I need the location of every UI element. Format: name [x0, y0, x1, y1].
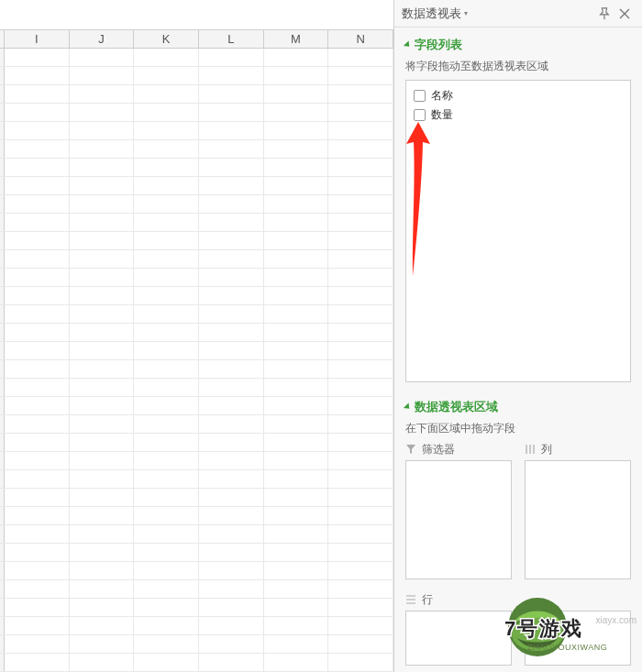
cell[interactable] [328, 324, 393, 341]
cell[interactable] [199, 580, 264, 598]
column-header[interactable]: K [134, 30, 199, 48]
cell[interactable] [328, 544, 393, 561]
cell[interactable] [328, 580, 393, 598]
cell[interactable] [134, 232, 199, 249]
cell[interactable] [328, 49, 393, 66]
cell[interactable] [199, 635, 264, 653]
cell[interactable] [199, 140, 264, 158]
cell[interactable] [70, 360, 135, 378]
cell[interactable] [70, 489, 135, 506]
cell[interactable] [328, 67, 393, 84]
cell[interactable] [70, 544, 135, 561]
cell[interactable] [70, 507, 135, 524]
cell[interactable] [199, 617, 264, 634]
cell[interactable] [328, 525, 393, 543]
cell[interactable] [134, 214, 199, 231]
cell[interactable] [70, 250, 135, 268]
cell[interactable] [134, 434, 199, 451]
cell[interactable] [70, 452, 135, 469]
cell[interactable] [5, 269, 70, 286]
cell[interactable] [70, 104, 135, 121]
cell[interactable] [134, 122, 199, 139]
column-header[interactable]: L [199, 30, 264, 48]
field-item-name[interactable]: 名称 [414, 86, 623, 105]
value-drop-zone[interactable] [525, 592, 631, 666]
close-icon[interactable] [614, 4, 635, 24]
cell[interactable] [264, 379, 329, 396]
cell[interactable] [264, 525, 329, 543]
cell[interactable] [134, 159, 199, 176]
column-drop-box[interactable] [525, 460, 631, 579]
cell[interactable] [328, 617, 393, 634]
cell[interactable] [70, 67, 135, 84]
cell[interactable] [199, 434, 264, 451]
cell[interactable] [264, 305, 329, 323]
cell[interactable] [70, 580, 135, 598]
cell[interactable] [199, 269, 264, 286]
cell[interactable] [5, 489, 70, 506]
cell[interactable] [199, 250, 264, 268]
cell[interactable] [199, 507, 264, 524]
cell[interactable] [199, 305, 264, 323]
cell[interactable] [5, 122, 70, 139]
cell[interactable] [199, 415, 264, 433]
cell[interactable] [134, 635, 199, 653]
cell[interactable] [264, 214, 329, 231]
row-drop-box[interactable] [405, 611, 512, 666]
checkbox-icon[interactable] [414, 90, 426, 102]
cell[interactable] [264, 470, 329, 488]
cell[interactable] [134, 617, 199, 634]
cell[interactable] [264, 434, 329, 451]
cell[interactable] [5, 544, 70, 561]
cell[interactable] [199, 342, 264, 359]
spreadsheet-grid[interactable]: I J K L M N [0, 0, 394, 672]
cell[interactable] [328, 140, 393, 158]
cell[interactable] [70, 617, 135, 634]
cell[interactable] [70, 140, 135, 158]
cell[interactable] [328, 177, 393, 194]
cell[interactable] [264, 562, 329, 579]
cell[interactable] [264, 489, 329, 506]
cell[interactable] [5, 580, 70, 598]
column-drop-zone[interactable]: 列 [525, 442, 631, 579]
cell[interactable] [70, 562, 135, 579]
cell[interactable] [328, 489, 393, 506]
cell[interactable] [328, 250, 393, 268]
cell[interactable] [264, 452, 329, 469]
cell[interactable] [199, 67, 264, 84]
cell[interactable] [199, 544, 264, 561]
cell[interactable] [5, 85, 70, 103]
cell[interactable] [328, 104, 393, 121]
cell[interactable] [134, 140, 199, 158]
cell[interactable] [5, 250, 70, 268]
cell[interactable] [134, 305, 199, 323]
cell[interactable] [328, 269, 393, 286]
cell[interactable] [5, 360, 70, 378]
cell[interactable] [264, 360, 329, 378]
cell[interactable] [264, 250, 329, 268]
cell[interactable] [264, 397, 329, 414]
cell[interactable] [264, 324, 329, 341]
cell[interactable] [70, 269, 135, 286]
cell[interactable] [199, 489, 264, 506]
cell[interactable] [134, 452, 199, 469]
cell[interactable] [5, 232, 70, 249]
cell[interactable] [5, 397, 70, 414]
cell[interactable] [134, 269, 199, 286]
cell[interactable] [134, 49, 199, 66]
cell[interactable] [70, 397, 135, 414]
cell[interactable] [5, 177, 70, 194]
filter-drop-zone[interactable]: 筛选器 [405, 442, 512, 579]
cell[interactable] [134, 580, 199, 598]
cell[interactable] [264, 104, 329, 121]
cell[interactable] [70, 415, 135, 433]
cell[interactable] [134, 599, 199, 616]
cell[interactable] [199, 397, 264, 414]
cell[interactable] [199, 177, 264, 194]
cell[interactable] [199, 324, 264, 341]
cell[interactable] [5, 324, 70, 341]
cell[interactable] [328, 654, 393, 671]
cell[interactable] [5, 195, 70, 213]
cell[interactable] [134, 85, 199, 103]
cell[interactable] [199, 85, 264, 103]
